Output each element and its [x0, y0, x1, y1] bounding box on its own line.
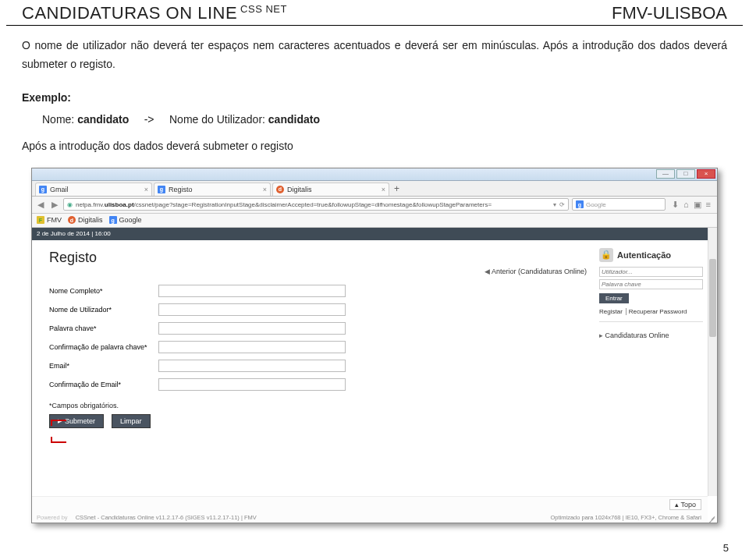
- sidebar: 🔒 Autenticação Entrar RegistarRecuperar …: [595, 240, 708, 496]
- example-block: Exemplo: Nome: candidato -> Nome do Util…: [0, 82, 749, 130]
- google-search-icon: g: [576, 200, 584, 208]
- search-placeholder: Google: [586, 201, 606, 208]
- palavra-chave-input[interactable]: [158, 322, 346, 335]
- tab-close-icon[interactable]: ×: [263, 186, 267, 193]
- footer-left: Powered by CSSnet - Candidaturas Online …: [37, 514, 257, 521]
- mandatory-note: *Campos obrigatórios.: [49, 402, 587, 409]
- example-line: Nome: candidato -> Nome do Utilizador: c…: [42, 108, 727, 130]
- field-conf-palavra-chave: Confirmação de palavra chave*: [49, 341, 587, 353]
- date-bar: 2 de Julho de 2014 | 16:00: [32, 228, 717, 240]
- footer-version: CSSnet - Candidaturas Online v11.2.17-6 …: [76, 514, 257, 521]
- auth-title-row: 🔒 Autenticação: [599, 248, 703, 262]
- powered-by-label: Powered by: [37, 514, 68, 521]
- back-to-top-button[interactable]: Topo: [669, 499, 701, 510]
- tab-strip: g Gmail × g Registo × d Digitalis × +: [32, 181, 717, 197]
- lock-icon: 🔒: [599, 248, 613, 262]
- previous-link[interactable]: ◀ Anterior (Candidaturas Online): [49, 268, 587, 275]
- url-host: ulisboa.pt: [105, 201, 134, 208]
- auth-links: RegistarRecuperar Password: [599, 308, 703, 315]
- menu-icon[interactable]: ≡: [706, 200, 711, 210]
- footer-optimized: Optimizado para 1024x768 | IE10, FX3+, C…: [550, 514, 701, 521]
- download-icon[interactable]: ⬇: [672, 200, 679, 210]
- field-email: Email*: [49, 360, 587, 372]
- tab-label: Registo: [169, 186, 193, 193]
- page-area: 2 de Julho de 2014 | 16:00 Registo ◀ Ant…: [32, 228, 717, 523]
- field-nome-completo: Nome Completo*: [49, 285, 587, 297]
- dropdown-icon[interactable]: ▾: [553, 201, 556, 208]
- header-right: FMV-ULISBOA: [612, 3, 727, 23]
- browser-tab-registo[interactable]: g Registo ×: [154, 183, 271, 196]
- red-bracket-annotation: [51, 420, 69, 443]
- toolbar-icons: ⬇ ⌂ ▣ ≡: [669, 200, 714, 210]
- auth-pass-input[interactable]: [599, 279, 703, 289]
- field-palavra-chave: Palavra chave*: [49, 322, 587, 335]
- tab-close-icon[interactable]: ×: [144, 186, 148, 193]
- email-input[interactable]: [158, 360, 346, 372]
- bookmark-label: FMV: [47, 216, 62, 224]
- home-icon[interactable]: ⌂: [683, 200, 689, 210]
- form-buttons: ▶Submeter Limpar: [49, 414, 587, 428]
- intro-paragraph: O nome de utilizador não deverá ter espa…: [0, 26, 749, 74]
- nav-back-icon[interactable]: ◀: [35, 200, 46, 210]
- browser-tab-digitalis[interactable]: d Digitalis ×: [272, 183, 389, 196]
- bookmarks-toolbar: FFMV dDigitalis gGoogle: [32, 214, 717, 228]
- recover-password-link[interactable]: Recuperar Password: [629, 308, 690, 315]
- field-conf-email: Confirmação de Email*: [49, 378, 587, 391]
- bookmark-icon[interactable]: ▣: [694, 200, 701, 210]
- after-paragraph: Após a introdução dos dados deverá subme…: [0, 130, 749, 160]
- auth-enter-button[interactable]: Entrar: [599, 293, 629, 303]
- header-left: CANDIDATURAS ON LINECSS NET: [22, 3, 287, 23]
- example-sep: ->: [144, 113, 154, 126]
- conf-palavra-chave-input[interactable]: [158, 341, 346, 353]
- url-path: /cssnet/page?stage=RegistrationInputStag…: [134, 201, 492, 208]
- window-maximize-button[interactable]: □: [676, 169, 695, 179]
- header-title: CANDIDATURAS ON LINE: [22, 3, 237, 23]
- tab-add-button[interactable]: +: [391, 183, 403, 196]
- paragraph-text: O nome de utilizador não deverá ter espa…: [22, 37, 727, 74]
- page-number: 5: [723, 542, 729, 554]
- bookmark-fmv[interactable]: FFMV: [37, 216, 62, 224]
- browser-tab-gmail[interactable]: g Gmail ×: [35, 183, 152, 196]
- main-layout: Registo ◀ Anterior (Candidaturas Online)…: [32, 240, 708, 496]
- window-close-button[interactable]: ×: [697, 169, 715, 179]
- example-title: Exemplo:: [22, 87, 727, 108]
- digitalis-favicon-icon: d: [276, 186, 284, 193]
- bookmark-digitalis[interactable]: dDigitalis: [68, 216, 103, 224]
- field-nome-utilizador: Nome de Utilizador*: [49, 303, 587, 316]
- nome-utilizador-input[interactable]: [158, 303, 346, 316]
- example-name-label: Nome:: [42, 113, 74, 126]
- google-favicon-icon: g: [109, 216, 117, 224]
- clear-label: Limpar: [120, 417, 142, 425]
- reload-icon[interactable]: ⟳: [559, 201, 565, 208]
- vertical-scrollbar[interactable]: [708, 228, 717, 496]
- footer-info: Powered by CSSnet - Candidaturas Online …: [37, 514, 701, 521]
- page-footer: Topo Powered by CSSnet - Candidaturas On…: [32, 496, 708, 523]
- tab-close-icon[interactable]: ×: [382, 186, 385, 193]
- tab-label: Digitalis: [287, 186, 312, 193]
- bookmark-google[interactable]: gGoogle: [109, 216, 142, 224]
- globe-icon: ◉: [67, 201, 73, 208]
- example-name-value: candidato: [77, 113, 129, 126]
- url-prefix: netpa.fmv.: [76, 201, 105, 208]
- conf-email-input[interactable]: [158, 378, 346, 391]
- example-user-label: Nome do Utilizador:: [169, 113, 265, 126]
- nav-forward-icon[interactable]: ▶: [49, 200, 60, 210]
- content-column: Registo ◀ Anterior (Candidaturas Online)…: [32, 240, 595, 496]
- window-titlebar: — □ ×: [32, 168, 717, 181]
- nome-completo-input[interactable]: [158, 285, 346, 297]
- previous-link-label: Anterior (Candidaturas Online): [492, 268, 587, 275]
- addressbar-row: ◀ ▶ ◉ netpa.fmv.ulisboa.pt/cssnet/page?s…: [32, 197, 717, 214]
- search-bar[interactable]: g Google: [572, 198, 666, 211]
- candidaturas-online-link[interactable]: Candidaturas Online: [599, 328, 703, 339]
- page-title: Registo: [49, 250, 587, 266]
- auth-user-input[interactable]: [599, 267, 703, 277]
- url-bar[interactable]: ◉ netpa.fmv.ulisboa.pt/cssnet/page?stage…: [63, 198, 569, 211]
- register-link[interactable]: Registar: [599, 308, 627, 315]
- resize-handle-icon[interactable]: [707, 512, 716, 522]
- clear-button[interactable]: Limpar: [112, 414, 151, 428]
- nome-utilizador-label: Nome de Utilizador*: [49, 306, 158, 314]
- scrollbar-thumb[interactable]: [709, 259, 716, 337]
- window-minimize-button[interactable]: —: [656, 169, 675, 179]
- bookmark-label: Google: [119, 216, 142, 224]
- doc-header: CANDIDATURAS ON LINECSS NET FMV-ULISBOA: [6, 0, 743, 26]
